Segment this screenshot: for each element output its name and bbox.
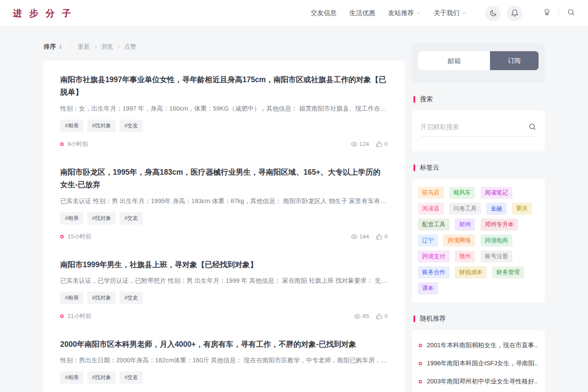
site-logo[interactable]: 进步分子 bbox=[13, 7, 78, 19]
tag-cloud-item[interactable]: 驻马店 bbox=[418, 187, 444, 199]
tag-cloud-item[interactable]: 金融 bbox=[486, 203, 506, 215]
tag-cloud-item[interactable]: 辽宁 bbox=[418, 235, 438, 247]
nav-item[interactable]: 交友信息 bbox=[311, 9, 337, 17]
article-tags: #相亲 #找对象 #交友 bbox=[60, 371, 388, 384]
recommend-item[interactable]: 2001年本科南阳桐柏女生，现在市直事... bbox=[419, 341, 538, 349]
ring-dot-icon bbox=[419, 380, 422, 383]
notifications-button[interactable] bbox=[507, 6, 522, 21]
tag-cloud-item[interactable]: 跨境电商 bbox=[481, 235, 512, 247]
bell-icon bbox=[511, 9, 519, 17]
article-card: 南阳市卧龙区，1995年，身高183cm，医疗器械行业男生，寻南阳区域、165+… bbox=[60, 166, 388, 241]
ring-dot-icon bbox=[419, 362, 422, 365]
tag-cloud-item[interactable]: 问卷工具 bbox=[449, 203, 481, 215]
tag-cloud-item[interactable]: 邓州专升本 bbox=[481, 219, 518, 231]
article-tag-chip[interactable]: #交友 bbox=[119, 292, 143, 304]
likes-count: 0 bbox=[384, 233, 388, 240]
article-card: 南阳市1999年男生，社旗县上班，寻对象【已经找到对象】 已实名认证，已学历认证… bbox=[60, 259, 388, 320]
article-excerpt: 已实名认证，已学历认证，已附带照片 性别：男 出生年月：1999 年 其他信息：… bbox=[60, 277, 388, 285]
tag-cloud-item[interactable]: 郑州 bbox=[455, 219, 475, 231]
tag-cloud-item[interactable]: 跨境支付 bbox=[418, 250, 450, 262]
article-meta: 9小时前 124 0 bbox=[60, 140, 388, 148]
article-meta: 21小时前 85 0 bbox=[60, 312, 388, 320]
article-tag-chip[interactable]: #相亲 bbox=[60, 120, 83, 132]
search-input[interactable] bbox=[420, 123, 528, 130]
chevron-down-icon bbox=[416, 11, 421, 15]
views-stat: 144 bbox=[351, 233, 369, 240]
email-field[interactable] bbox=[418, 51, 490, 70]
badge-button[interactable] bbox=[543, 8, 551, 18]
tag-cloud-item[interactable]: 账务合作 bbox=[418, 266, 450, 278]
recommend-item-label: 2003年南阳邓州初中毕业女生寻性格好... bbox=[427, 377, 538, 386]
article-tag-chip[interactable]: #找对象 bbox=[87, 371, 116, 384]
likes-count: 0 bbox=[384, 313, 388, 319]
tag-cloud-item[interactable]: 阅读笔记 bbox=[481, 187, 512, 199]
views-count: 124 bbox=[359, 141, 369, 147]
nav-item[interactable]: 友站推荐 bbox=[388, 9, 421, 17]
eye-icon bbox=[354, 313, 361, 320]
tag-cloud-item[interactable]: 跨境网络 bbox=[443, 235, 475, 247]
article-tag-chip[interactable]: #交友 bbox=[119, 212, 143, 225]
tag-cloud-item[interactable]: 阅读器 bbox=[418, 203, 444, 215]
sort-toggle[interactable]: 排序 bbox=[44, 43, 64, 51]
tag-cloud-item[interactable]: 配音工具 bbox=[418, 219, 450, 231]
recommend-item-label: 2001年本科南阳桐柏女生，现在市直事... bbox=[427, 341, 538, 349]
article-title[interactable]: 南阳市社旗县1997年事业单位女性，寻年龄相近且身高175cm，南阳市区或社旗县… bbox=[60, 74, 388, 99]
article-tag-chip[interactable]: #找对象 bbox=[87, 120, 116, 132]
recommend-item[interactable]: 1996年南阳本科国企ISFJ女生，寻南阳... bbox=[419, 359, 538, 367]
sort-option[interactable]: 点赞 bbox=[118, 43, 136, 51]
article-column: 排序 更新 浏览 点赞 南阳市社旗县1997年事业单位女性，寻年龄相近且身高17… bbox=[43, 43, 405, 392]
likes-stat: 0 bbox=[376, 233, 388, 240]
tag-cloud-item[interactable]: 财务管理 bbox=[492, 266, 524, 278]
search-button[interactable] bbox=[567, 8, 575, 18]
nav-item[interactable]: 关于我们 bbox=[434, 9, 466, 17]
recommend-item-label: 1996年南阳本科国企ISFJ女生，寻南阳... bbox=[427, 359, 538, 367]
views-count: 144 bbox=[359, 233, 369, 240]
tag-cloud-item[interactable]: 顺风车 bbox=[449, 187, 475, 199]
search-icon bbox=[567, 8, 575, 16]
tag-cloud-item[interactable]: 账号注册 bbox=[481, 250, 512, 262]
search-icon[interactable] bbox=[528, 123, 536, 131]
sort-option[interactable]: 浏览 bbox=[95, 43, 113, 51]
thumb-up-icon bbox=[376, 141, 383, 148]
article-title[interactable]: 2000年南阳市区本科男老师，月入4000+，有房有车，寻有工作，不胖的对象-已… bbox=[60, 338, 388, 351]
tag-cloud-item[interactable]: 财税成本 bbox=[455, 266, 487, 278]
article-title[interactable]: 南阳市卧龙区，1995年，身高183cm，医疗器械行业男生，寻南阳区域、165+… bbox=[60, 166, 388, 191]
eye-icon bbox=[351, 141, 358, 148]
article-tag-chip[interactable]: #交友 bbox=[119, 120, 143, 132]
tag-cloud-item[interactable]: 重庆 bbox=[512, 203, 532, 215]
theme-toggle-button[interactable] bbox=[485, 6, 501, 21]
recommend-list: 2001年本科南阳桐柏女生，现在市直事... 1996年南阳本科国企ISFJ女生… bbox=[419, 341, 538, 392]
likes-count: 0 bbox=[384, 141, 388, 147]
eye-icon bbox=[351, 233, 358, 240]
recommend-item[interactable]: 2003年南阳邓州初中毕业女生寻性格好... bbox=[419, 377, 538, 386]
section-bar bbox=[413, 315, 415, 322]
article-tag-chip[interactable]: #找对象 bbox=[87, 212, 116, 225]
section-bar bbox=[413, 96, 415, 103]
ring-dot-icon bbox=[419, 344, 422, 347]
nav-item[interactable]: 生活优惠 bbox=[349, 9, 375, 17]
tag-cloud-item[interactable]: 课本 bbox=[418, 282, 438, 294]
article-tag-chip[interactable]: #找对象 bbox=[87, 292, 116, 304]
divider bbox=[70, 44, 71, 50]
nav-item-label: 交友信息 bbox=[311, 9, 337, 17]
tagcloud-section-title: 标签云 bbox=[413, 164, 543, 172]
article-tags: #相亲 #找对象 #交友 bbox=[60, 292, 388, 304]
page-container: 排序 更新 浏览 点赞 南阳市社旗县1997年事业单位女性，寻年龄相近且身高17… bbox=[43, 27, 545, 392]
article-title[interactable]: 南阳市1999年男生，社旗县上班，寻对象【已经找到对象】 bbox=[60, 259, 388, 271]
article-tag-chip[interactable]: #相亲 bbox=[60, 371, 83, 384]
subscribe-button[interactable]: 订阅 bbox=[490, 51, 539, 70]
views-count: 85 bbox=[362, 313, 369, 319]
article-list: 南阳市社旗县1997年事业单位女性，寻年龄相近且身高175cm，南阳市区或社旗县… bbox=[43, 61, 405, 392]
moon-icon bbox=[489, 9, 497, 17]
article-tag-chip[interactable]: #相亲 bbox=[60, 292, 83, 304]
article-tag-chip[interactable]: #相亲 bbox=[60, 212, 83, 225]
ring-dot-icon bbox=[60, 235, 64, 238]
main-nav: 交友信息 生活优惠 友站推荐 关于我们 bbox=[311, 9, 466, 17]
article-tag-chip[interactable]: #交友 bbox=[119, 371, 143, 384]
sort-option[interactable]: 更新 bbox=[78, 43, 90, 51]
article-excerpt: 已实名认证 性别：男 出生年月：1995年 身高：183cm 体重：87kg，其… bbox=[60, 197, 388, 205]
tag-cloud-item[interactable]: 赣州 bbox=[455, 250, 475, 262]
article-card: 南阳市社旗县1997年事业单位女性，寻年龄相近且身高175cm，南阳市区或社旗县… bbox=[60, 74, 388, 148]
article-time: 15小时前 bbox=[67, 233, 92, 241]
medal-icon bbox=[543, 8, 551, 16]
